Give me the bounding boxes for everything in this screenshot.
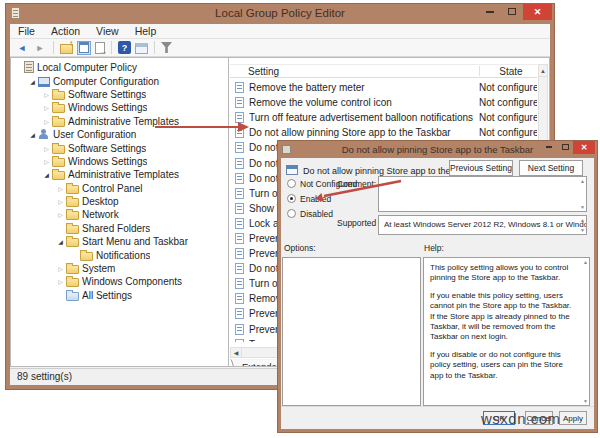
column-divider[interactable] xyxy=(479,66,480,76)
expander-icon[interactable] xyxy=(28,78,37,85)
options-panel[interactable] xyxy=(282,257,421,406)
tree-item-computer-configuration[interactable]: Computer Configuration xyxy=(11,74,228,87)
menu-item-action[interactable]: Action xyxy=(51,25,80,37)
tree-item-all-settings[interactable]: All Settings xyxy=(11,289,228,302)
radio-button-icon[interactable] xyxy=(287,179,296,188)
menu-bar: FileActionViewHelp xyxy=(10,24,550,39)
options-label: Options: xyxy=(284,243,316,253)
folder-icon xyxy=(66,265,79,274)
dialog-maximize-button[interactable] xyxy=(557,141,573,153)
tree-item-administrative-templates[interactable]: Administrative Templates xyxy=(11,115,228,128)
setting-row[interactable]: Remove the volume control iconNot config… xyxy=(230,95,537,110)
help-icon[interactable] xyxy=(118,41,131,54)
menu-item-view[interactable]: View xyxy=(96,25,119,37)
expander-icon[interactable] xyxy=(56,211,65,218)
expander-icon[interactable] xyxy=(42,158,51,165)
maximize-button[interactable] xyxy=(501,4,523,19)
up-one-level-icon[interactable] xyxy=(60,44,73,54)
expander-icon[interactable] xyxy=(56,278,65,285)
tree-item-notifications[interactable]: Notifications xyxy=(11,248,228,261)
minimize-button[interactable] xyxy=(479,4,501,19)
tree-item-software-settings[interactable]: Software Settings xyxy=(11,88,228,101)
new-window-icon[interactable] xyxy=(135,43,148,54)
folder-icon xyxy=(66,225,79,234)
next-setting-button[interactable]: Next Setting xyxy=(519,160,583,176)
tree-item-administrative-templates[interactable]: Administrative Templates xyxy=(11,168,228,181)
comment-label: Comment: xyxy=(337,179,376,189)
scroll-up-icon[interactable]: ▲ xyxy=(539,65,547,77)
expander-icon[interactable] xyxy=(42,118,51,125)
forward-icon[interactable] xyxy=(33,41,47,55)
expander-icon[interactable] xyxy=(56,198,65,205)
tree-item-label: System xyxy=(82,263,115,274)
column-header-setting[interactable]: Setting xyxy=(248,66,279,77)
tree-item-windows-components[interactable]: Windows Components xyxy=(11,275,228,288)
folder-icon xyxy=(52,145,65,154)
menu-item-help[interactable]: Help xyxy=(135,25,157,37)
radio-enabled[interactable]: Enabled xyxy=(287,191,357,206)
column-header-state[interactable]: State xyxy=(482,66,540,77)
scroll-down-icon: ▼ xyxy=(580,227,585,233)
dialog-window-controls: ✕ xyxy=(541,141,595,154)
help-textbox[interactable]: ▲ ▼ This policy setting allows you to co… xyxy=(423,257,590,406)
dialog-close-button[interactable]: ✕ xyxy=(573,141,595,154)
folder-icon xyxy=(66,278,79,287)
folder-icon xyxy=(66,185,79,194)
back-icon[interactable] xyxy=(15,41,29,55)
tree-item-shared-folders[interactable]: Shared Folders xyxy=(11,222,228,235)
expander-icon[interactable] xyxy=(42,145,51,152)
export-list-icon[interactable] xyxy=(95,42,105,54)
expander-icon[interactable] xyxy=(42,91,51,98)
dialog-body: Do not allow pinning Store app to the Ta… xyxy=(281,158,594,429)
tree-item-label: User Configuration xyxy=(53,129,136,140)
setting-row[interactable]: Do not allow pinning Store app to the Ta… xyxy=(230,125,537,140)
minimize-icon xyxy=(486,11,494,13)
main-titlebar[interactable]: Local Group Policy Editor ✕ xyxy=(6,4,554,23)
tree-item-windows-settings[interactable]: Windows Settings xyxy=(11,155,228,168)
scroll-left-icon[interactable]: ◀ xyxy=(231,348,242,357)
comment-textbox[interactable]: ▲ ▼ xyxy=(378,176,587,212)
setting-name: Do not allow pinning Store app to the Ta… xyxy=(249,127,451,138)
tree-item-windows-settings[interactable]: Windows Settings xyxy=(11,101,228,114)
expander-icon[interactable] xyxy=(42,104,51,111)
supported-on-textbox[interactable]: At least Windows Server 2012 R2, Windows… xyxy=(378,215,587,235)
expander-icon[interactable] xyxy=(56,185,65,192)
tree-item-label: Notifications xyxy=(96,250,150,261)
previous-setting-button[interactable]: Previous Setting xyxy=(449,160,513,176)
tree-item-software-settings[interactable]: Software Settings xyxy=(11,141,228,154)
tree-item-desktop[interactable]: Desktop xyxy=(11,195,228,208)
radio-button-icon[interactable] xyxy=(287,194,296,203)
setting-name: Do not xyxy=(249,263,278,274)
folder-icon xyxy=(52,118,65,127)
help-paragraph: If you disable or do not configure this … xyxy=(430,350,577,381)
tree-item-label: Windows Settings xyxy=(68,102,147,113)
setting-row[interactable]: Remove the battery meterNot configure xyxy=(230,80,537,95)
policy-setting-icon xyxy=(235,248,244,259)
expander-icon[interactable] xyxy=(56,238,65,245)
tree-item-control-panel[interactable]: Control Panel xyxy=(11,182,228,195)
toolbar-separator xyxy=(154,41,155,54)
filter-icon[interactable] xyxy=(161,42,172,53)
tree-item-label: Control Panel xyxy=(82,183,143,194)
tree-item-user-configuration[interactable]: User Configuration xyxy=(11,128,228,141)
list-header[interactable]: Setting State xyxy=(230,64,537,78)
setting-row[interactable]: Turn off feature advertisement balloon n… xyxy=(230,110,537,125)
tree-item-start-menu-and-taskbar[interactable]: Start Menu and Taskbar xyxy=(11,235,228,248)
tree-item-system[interactable]: System xyxy=(11,262,228,275)
dialog-titlebar[interactable]: Do not allow pinning Store app to the Ta… xyxy=(278,141,597,158)
radio-button-icon[interactable] xyxy=(287,209,296,218)
menu-item-file[interactable]: File xyxy=(18,25,35,37)
apply-button[interactable]: Apply xyxy=(559,411,587,425)
tree-item-local-computer-policy[interactable]: Local Computer Policy xyxy=(11,61,228,74)
expander-icon[interactable] xyxy=(56,265,65,272)
tree-item-label: Administrative Templates xyxy=(68,116,179,127)
dialog-minimize-button[interactable] xyxy=(541,141,557,153)
tree-item-label: Software Settings xyxy=(68,143,146,154)
tree-item-network[interactable]: Network xyxy=(11,208,228,221)
expander-icon[interactable] xyxy=(42,171,51,178)
close-button[interactable]: ✕ xyxy=(523,4,552,20)
setting-state: Not configure xyxy=(479,112,537,123)
show-console-tree-icon[interactable] xyxy=(77,41,91,55)
expander-icon[interactable] xyxy=(28,131,37,138)
folder-icon xyxy=(52,91,65,100)
